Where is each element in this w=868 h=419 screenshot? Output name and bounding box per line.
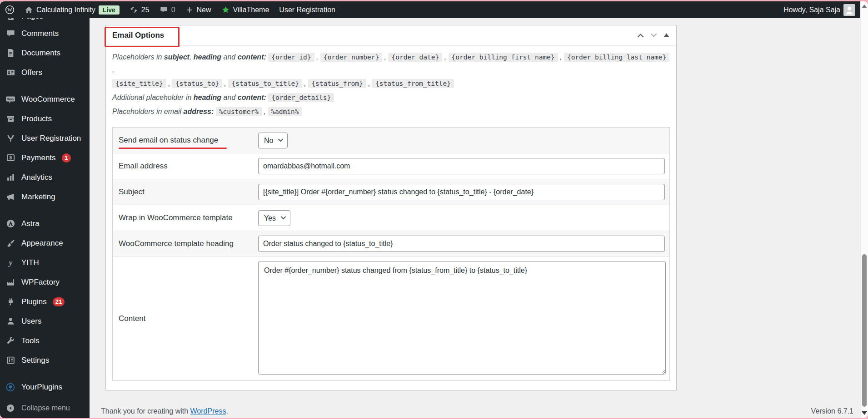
sidebar-item-appearance[interactable]: Appearance — [0, 233, 90, 253]
sidebar-item-pages[interactable]: Pages — [0, 18, 90, 24]
new-content-button[interactable]: New — [180, 1, 216, 18]
sidebar-item-label: Astra — [21, 219, 40, 228]
panel-body: Placeholders in subject, heading and con… — [106, 45, 676, 390]
help-text: , — [366, 79, 372, 87]
help-text: and — [221, 94, 238, 101]
panel-title: Email Options — [112, 31, 164, 40]
documents-icon — [5, 48, 15, 58]
sidebar-item-label: Comments — [21, 29, 59, 38]
red-underline-annotation — [119, 148, 227, 149]
placeholder-chip: {order_date} — [388, 53, 442, 62]
sidebar-item-tools[interactable]: Tools — [0, 331, 90, 350]
comments-icon — [5, 29, 15, 39]
sidebar-item-yith[interactable]: yYITH — [0, 253, 90, 272]
send-email-on-status-change-select-wrap: No — [258, 133, 288, 148]
placeholder-chip: %customer% — [216, 107, 262, 116]
plus-icon — [185, 6, 194, 14]
sidebar-item-offers[interactable]: Offers — [0, 63, 90, 82]
user-registration-icon — [5, 133, 15, 143]
content-textarea[interactable] — [258, 261, 666, 375]
main-content: Email Options Placeholders in subject, h… — [90, 18, 860, 418]
sidebar-item-yourplugins[interactable]: YourPlugins — [0, 377, 90, 397]
move-down-icon[interactable] — [650, 32, 658, 39]
wordpress-link[interactable]: WordPress — [190, 407, 226, 415]
sidebar-item-comments[interactable]: Comments — [0, 24, 90, 43]
page-label: User Registration — [279, 6, 335, 14]
email-options-panel: Email Options Placeholders in subject, h… — [105, 25, 677, 390]
live-environment-badge: Live — [99, 5, 120, 15]
sidebar-item-astra[interactable]: Astra — [0, 214, 90, 233]
comments-link[interactable]: 0 — [155, 1, 180, 18]
offers-icon — [5, 68, 15, 78]
sidebar-item-plugins[interactable]: Plugins21 — [0, 292, 90, 311]
appearance-icon — [5, 238, 15, 248]
row-label-cell: Email address — [113, 162, 258, 171]
wrap-in-woocommerce-template-label: Wrap in WooCommerce template — [119, 213, 233, 222]
send-email-on-status-change-label: Send email on status change — [119, 136, 218, 145]
woocommerce-template-heading-input[interactable] — [258, 236, 665, 252]
sidebar-item-payments[interactable]: $Payments1 — [0, 148, 90, 168]
updates-link[interactable]: 25 — [125, 1, 155, 18]
sidebar-separator — [0, 370, 90, 377]
scrollbar-thumb[interactable] — [862, 254, 867, 407]
wrap-in-woocommerce-template-select[interactable]: Yes — [258, 210, 290, 226]
howdy-text: Howdy, Saja Saja — [783, 6, 840, 14]
villatheme-label: VillaTheme — [233, 6, 269, 14]
email-options-form: Send email on status changeNoEmail addre… — [112, 127, 670, 381]
my-account-menu[interactable]: Howdy, Saja Saja — [778, 1, 860, 18]
astra-icon — [5, 219, 15, 229]
sidebar-item-wpfactory[interactable]: WPFactory — [0, 272, 90, 292]
help-text: , — [262, 108, 268, 115]
collapse-panel-icon[interactable] — [663, 32, 670, 38]
sidebar-item-label: Pages — [21, 18, 43, 21]
svg-text:W: W — [7, 7, 12, 12]
collapse-menu-button[interactable]: Collapse menu — [0, 398, 90, 418]
wordpress-menu-button[interactable]: W — [0, 1, 20, 18]
wrap-in-woocommerce-template-select-wrap: Yes — [258, 210, 290, 226]
help-text: , — [302, 79, 308, 87]
sidebar-item-label: Analytics — [21, 173, 52, 182]
subject-input[interactable] — [258, 184, 665, 200]
sidebar-item-settings[interactable]: Settings — [0, 350, 90, 370]
sidebar-item-marketing[interactable]: Marketing — [0, 187, 90, 207]
sidebar-item-label: Products — [21, 114, 52, 123]
placeholder-chip: {site_title} — [112, 79, 166, 88]
placeholders-line: Placeholders in email address: %customer… — [112, 105, 670, 118]
sidebar-item-analytics[interactable]: Analytics — [0, 168, 90, 187]
sidebar-item-users[interactable]: Users — [0, 311, 90, 331]
comments-count: 0 — [171, 6, 175, 14]
placeholder-chip: {status_from} — [308, 79, 366, 88]
sidebar-item-products[interactable]: Products — [0, 109, 90, 128]
sidebar-item-label: YITH — [21, 258, 39, 267]
browser-viewport: W Calculating Infinity Live 25 — [0, 1, 868, 418]
sidebar-item-documents[interactable]: Documents — [0, 43, 90, 63]
sidebar-item-woocommerce[interactable]: WooWooCommerce — [0, 89, 90, 109]
help-text: content: — [238, 53, 266, 61]
sidebar-item-user-registration[interactable]: User Registration — [0, 128, 90, 148]
help-text: subject — [164, 53, 190, 61]
email-address-label: Email address — [119, 162, 168, 171]
scroll-up-arrow-icon[interactable] — [862, 5, 867, 8]
placeholder-chip: {order_number} — [320, 53, 382, 62]
placeholders-help-text: Placeholders in subject, heading and con… — [112, 51, 670, 118]
subject-label: Subject — [119, 187, 145, 197]
email-address-input[interactable] — [258, 158, 665, 174]
wordpress-logo-icon: W — [5, 5, 15, 15]
move-up-icon[interactable] — [637, 32, 644, 39]
woocommerce-template-heading-label: WooCommerce template heading — [119, 239, 234, 248]
placeholder-chip: {status_to_title} — [228, 79, 302, 88]
plugins-icon — [5, 297, 15, 307]
svg-text:y: y — [8, 258, 12, 267]
help-text: Placeholders in — [112, 53, 164, 61]
send-email-on-status-change-select[interactable]: No — [258, 133, 288, 148]
site-name-link[interactable]: Calculating Infinity Live — [20, 1, 125, 18]
help-text: Additional placeholder in — [112, 94, 194, 101]
current-page-link[interactable]: User Registration — [274, 1, 340, 18]
sidebar-item-label: Users — [21, 317, 41, 326]
help-text: , — [382, 53, 388, 61]
placeholder-chip: {order_billing_last_name} — [564, 53, 669, 62]
row-field-cell — [258, 184, 669, 200]
villatheme-link[interactable]: VillaTheme — [216, 1, 274, 18]
scroll-down-arrow-icon[interactable] — [862, 411, 867, 415]
row-field-cell: No — [258, 133, 669, 148]
